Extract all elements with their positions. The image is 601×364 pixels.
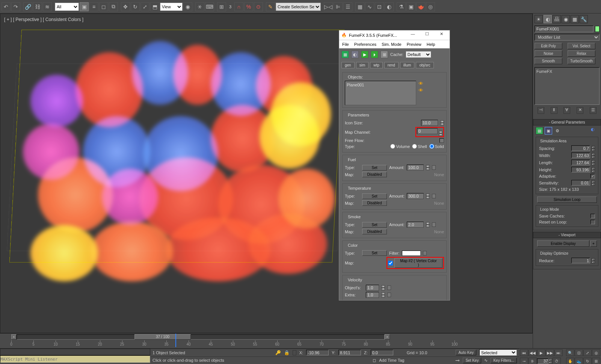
simulation-loop-button[interactable]: Simulation Loop	[537, 196, 597, 203]
use-center-button[interactable]: ◉	[183, 2, 192, 11]
fumefx-titlebar[interactable]: 🔥 FumeFX 3.5.5 (FumeFX... — ☐ ✕	[339, 30, 450, 40]
viewnav-orbit-button[interactable]: ↻	[583, 358, 592, 364]
viewnav-fov-button[interactable]: ⤢	[583, 349, 592, 356]
stack-config-button[interactable]: ☰	[590, 107, 596, 114]
mod-turbosmooth-button[interactable]: TurboSmooth	[568, 58, 595, 64]
time-handle[interactable]: 37 / 100	[134, 334, 191, 340]
select-region-button[interactable]: ◻	[99, 2, 108, 11]
unlink-button[interactable]: ⛓	[33, 2, 42, 11]
viewnav-pan-button[interactable]: ✋	[566, 358, 574, 364]
time-next-button[interactable]: >	[385, 334, 390, 340]
cmd-tab-utilities[interactable]: 🔧	[580, 15, 588, 23]
stack-pin-button[interactable]: ⊣	[538, 107, 544, 114]
graphite-button[interactable]: ▦	[355, 2, 364, 11]
schematic-view-button[interactable]: ⊡	[375, 2, 384, 11]
smoke-extra-button[interactable]	[432, 222, 436, 227]
fume-play-icon[interactable]: ▶	[361, 51, 368, 58]
velocity-object-spinner[interactable]: ▴▾	[381, 285, 385, 290]
fume-cache-icon[interactable]: ⊞	[381, 51, 388, 58]
prev-frame-button[interactable]: ◀◀	[529, 349, 537, 356]
mod-editpoly-button[interactable]: Edit Poly	[535, 43, 562, 49]
color-extra-button[interactable]	[423, 251, 427, 255]
sensitivity-spinner[interactable]: ▴▾	[592, 180, 595, 186]
keyboard-shortcut-button[interactable]: ⌨	[205, 2, 214, 11]
link-button[interactable]: 🔗	[23, 2, 32, 11]
save-caches-checkbox[interactable]	[590, 214, 595, 218]
keystep-icon[interactable]: ⊪	[529, 358, 537, 364]
select-manip-button[interactable]: ⚹	[195, 2, 204, 11]
y-input[interactable]	[338, 350, 361, 355]
time-slider[interactable]: 37 / 100	[17, 334, 385, 340]
spacing-spinner[interactable]: ▴▾	[592, 146, 595, 151]
lock-icon[interactable]: 🔒	[284, 350, 290, 355]
cmd-tab-motion[interactable]: ◉	[562, 15, 570, 23]
tab-illum[interactable]: illum	[400, 62, 415, 68]
sensitivity-input[interactable]	[571, 180, 590, 186]
viewnav-zoom-button[interactable]: 🔍	[566, 349, 574, 356]
render-button[interactable]: 🫖	[416, 2, 425, 11]
cmd-tab-hierarchy[interactable]: 品	[553, 15, 561, 23]
minimize-button[interactable]: —	[407, 32, 419, 39]
gen-ico-scale[interactable]: ◐	[591, 127, 598, 134]
render-setup-button[interactable]: ⚗	[397, 2, 406, 11]
x-input[interactable]	[306, 350, 329, 355]
spacing-input[interactable]	[571, 145, 590, 151]
keycurve-icon[interactable]: ∿	[484, 358, 488, 363]
play-button[interactable]: ▶	[537, 349, 545, 356]
keymode-icon[interactable]: ⊸	[520, 358, 528, 364]
maximize-button[interactable]: ☐	[421, 32, 433, 39]
tab-rend[interactable]: rend	[384, 62, 399, 68]
align-button[interactable]: ⊫	[334, 2, 343, 11]
fuel-amount-spinner[interactable]: ▴▾	[426, 165, 430, 170]
key-icon[interactable]: 🔑	[275, 350, 281, 355]
material-editor-button[interactable]: ◐	[385, 2, 394, 11]
smoke-set-button[interactable]: Set	[362, 222, 387, 228]
mod-noise-button[interactable]: Noise	[535, 50, 562, 57]
next-frame-button[interactable]: ▶▶	[546, 349, 554, 356]
viewport-label[interactable]: [ + ] [ Perspective ] [ Consistent Color…	[4, 17, 83, 22]
modifier-stack[interactable]: FumeFX	[535, 67, 599, 105]
goto-start-button[interactable]: ⏮	[520, 349, 528, 356]
gen-ico2[interactable]: ▣	[545, 127, 552, 134]
menu-file[interactable]: File	[342, 42, 349, 47]
layers-button[interactable]: ☰	[343, 2, 352, 11]
time-prev-button[interactable]: <	[11, 334, 17, 340]
width-spinner[interactable]: ▴▾	[592, 153, 595, 158]
free-flow-checkbox[interactable]	[439, 138, 444, 143]
current-frame-marker[interactable]	[175, 334, 176, 347]
type-shell-radio[interactable]: Shell	[412, 144, 427, 149]
menu-sim-mode[interactable]: Sim. Mode	[382, 42, 402, 47]
rollout-general-head[interactable]: General Parameters	[533, 119, 601, 125]
window-crossing-button[interactable]: ⧉	[109, 2, 118, 11]
cache-select[interactable]: Default	[406, 51, 431, 58]
add-time-tag-button[interactable]: Add Time Tag	[379, 358, 404, 362]
stack-remove-button[interactable]: ✕	[577, 107, 583, 114]
select-button[interactable]: ▣	[80, 2, 89, 11]
temp-extra-button[interactable]	[432, 194, 436, 198]
width-input[interactable]	[571, 153, 590, 158]
fuel-amount-input[interactable]	[407, 165, 424, 171]
height-spinner[interactable]: ▴▾	[592, 167, 595, 172]
cmd-tab-create[interactable]: ☀	[535, 15, 543, 23]
tab-sim[interactable]: sim	[356, 62, 369, 68]
stack-show-button[interactable]: Ⅱ	[551, 107, 557, 114]
redo-button[interactable]: ↷	[11, 2, 20, 11]
length-spinner[interactable]: ▴▾	[592, 160, 595, 165]
modifier-list-select[interactable]: Modifier List	[535, 34, 599, 41]
viewnav-zoomext-button[interactable]: ◎	[592, 349, 600, 356]
mod-volselect-button[interactable]: Vol. Select	[568, 43, 595, 49]
setkey-button[interactable]: Set Key	[463, 358, 481, 363]
smoke-amount-input[interactable]	[407, 222, 424, 228]
type-solid-radio[interactable]: Solid	[429, 144, 444, 149]
stack-unique-button[interactable]: ∀	[563, 107, 570, 114]
pick-object-icon[interactable]: 👁	[418, 81, 425, 86]
objects-textarea[interactable]: Plane001	[345, 81, 416, 105]
mirror-button[interactable]: ▷◁	[324, 2, 333, 11]
percent-snap-button[interactable]: %	[244, 2, 253, 11]
enable-display-extra-button[interactable]: +	[590, 240, 597, 247]
fume-globe-icon[interactable]: ◐	[351, 51, 359, 58]
height-input[interactable]	[571, 167, 590, 172]
menu-preferences[interactable]: Preferences	[354, 42, 376, 47]
spinner-snap-button[interactable]: ⊙	[254, 2, 263, 11]
gen-ico1[interactable]: ▦	[536, 127, 543, 134]
